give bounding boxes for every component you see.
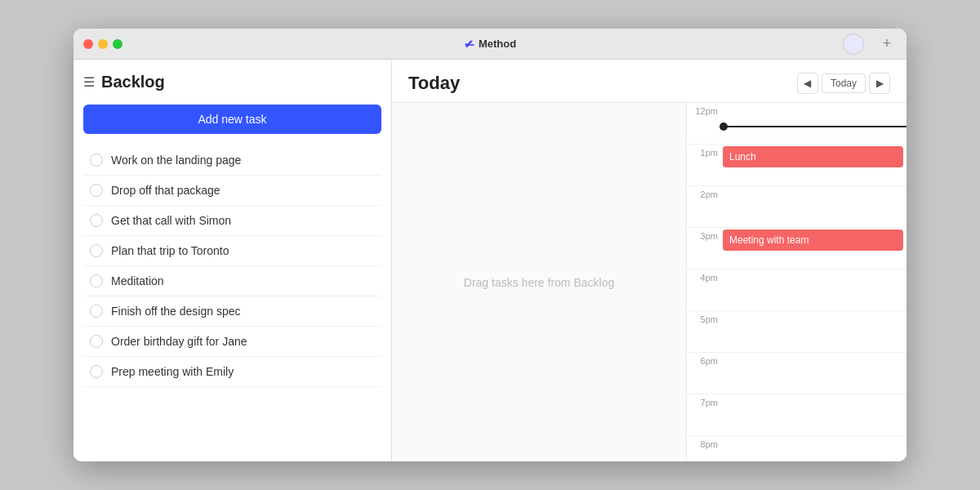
app-title: Method [479, 38, 516, 50]
titlebar: ✔̶ Method + [74, 29, 906, 60]
task-label: Get that call with Simon [111, 214, 231, 227]
task-label: Drop off that package [111, 184, 220, 197]
traffic-lights [83, 39, 122, 49]
time-content: Lunch [723, 145, 906, 185]
time-content [723, 270, 906, 310]
minimize-button[interactable] [98, 39, 108, 49]
calendar-event-meeting[interactable]: Meeting with team [723, 229, 903, 251]
time-slot-1pm: 1pm Lunch [687, 145, 906, 186]
time-content: Meeting with team [723, 228, 906, 269]
task-label: Finish off the design spec [111, 305, 241, 318]
time-label: 7pm [687, 394, 723, 408]
sidebar-title: Backlog [101, 73, 165, 91]
time-slot-6pm: 6pm [687, 353, 906, 394]
task-item[interactable]: Drop off that package [83, 176, 381, 206]
time-content [723, 186, 906, 227]
time-content [723, 436, 906, 461]
task-checkbox[interactable] [90, 305, 103, 318]
task-label: Meditation [111, 274, 164, 287]
task-item[interactable]: Order birthday gift for Jane [83, 327, 381, 357]
today-nav: ◀ Today ▶ [797, 73, 890, 94]
event-title: Lunch [729, 151, 756, 163]
time-slot-5pm: 5pm [687, 311, 906, 353]
time-slot-7pm: 7pm [687, 394, 906, 436]
menu-icon: ☰ [83, 74, 95, 90]
calendar-pane: 12pm 1pm Lunc [686, 103, 906, 461]
time-slot-8pm: 8pm [687, 436, 906, 461]
time-content [723, 394, 906, 435]
time-slot-3pm: 3pm Meeting with team [687, 228, 906, 270]
app-logo-icon: ✔̶ [464, 38, 474, 51]
time-slot-12pm: 12pm [687, 103, 906, 145]
task-checkbox[interactable] [90, 335, 103, 348]
sidebar: ☰ Backlog Add new task Work on the landi… [74, 60, 392, 461]
time-label: 12pm [687, 103, 723, 116]
calendar-event-lunch[interactable]: Lunch [723, 146, 903, 167]
fullscreen-button[interactable] [113, 39, 122, 49]
task-item[interactable]: Prep meeting with Emily [83, 357, 381, 387]
task-label: Work on the landing page [111, 154, 241, 167]
task-checkbox[interactable] [90, 365, 103, 378]
sidebar-header: ☰ Backlog [83, 73, 381, 91]
task-checkbox[interactable] [90, 214, 103, 227]
event-title: Meeting with team [729, 234, 808, 246]
task-checkbox[interactable] [90, 184, 103, 197]
today-title: Today [408, 73, 797, 94]
current-time-dot [719, 122, 728, 131]
task-item[interactable]: Get that call with Simon [83, 206, 381, 236]
nav-prev-button[interactable]: ◀ [797, 73, 818, 94]
task-checkbox[interactable] [90, 244, 103, 257]
task-item[interactable]: Finish off the design spec [83, 296, 381, 327]
drop-zone: Drag tasks here from Backlog [392, 103, 686, 461]
task-label: Prep meeting with Emily [111, 365, 234, 378]
add-task-button[interactable]: Add new task [83, 105, 381, 134]
time-slot-2pm: 2pm [687, 186, 906, 228]
time-label: 6pm [687, 353, 723, 366]
time-content [723, 311, 906, 352]
desktop: ✔̶ Method + ☰ Backlog Add new task Wor [0, 0, 980, 490]
close-button[interactable] [83, 39, 93, 49]
today-header: Today ◀ Today ▶ [392, 60, 906, 103]
time-label: 5pm [687, 311, 723, 324]
task-item[interactable]: Work on the landing page [83, 145, 381, 176]
time-label: 2pm [687, 186, 723, 199]
task-checkbox[interactable] [90, 274, 103, 287]
time-content [723, 353, 906, 394]
avatar[interactable] [843, 33, 864, 55]
task-label: Order birthday gift for Jane [111, 335, 247, 348]
drop-hint-text: Drag tasks here from Backlog [464, 276, 614, 289]
window-body: ☰ Backlog Add new task Work on the landi… [74, 60, 906, 461]
task-label: Plan that trip to Toronto [111, 244, 229, 257]
task-checkbox[interactable] [90, 154, 103, 167]
time-label: 8pm [687, 436, 723, 449]
content-area: Drag tasks here from Backlog 12pm [392, 103, 906, 461]
current-time-line [723, 126, 906, 127]
add-tab-button[interactable]: + [877, 34, 897, 54]
nav-next-button[interactable]: ▶ [869, 73, 890, 94]
time-label: 4pm [687, 270, 723, 283]
time-label: 3pm [687, 228, 723, 241]
window-title: ✔̶ Method [464, 38, 516, 51]
time-label: 1pm [687, 145, 723, 158]
task-item[interactable]: Plan that trip to Toronto [83, 236, 381, 266]
time-content [723, 103, 906, 144]
nav-today-button[interactable]: Today [822, 74, 866, 93]
app-window: ✔̶ Method + ☰ Backlog Add new task Wor [74, 29, 906, 461]
task-item[interactable]: Meditation [83, 266, 381, 296]
time-slot-4pm: 4pm [687, 270, 906, 311]
main-content: Today ◀ Today ▶ Drag tasks here from Bac… [392, 60, 906, 461]
